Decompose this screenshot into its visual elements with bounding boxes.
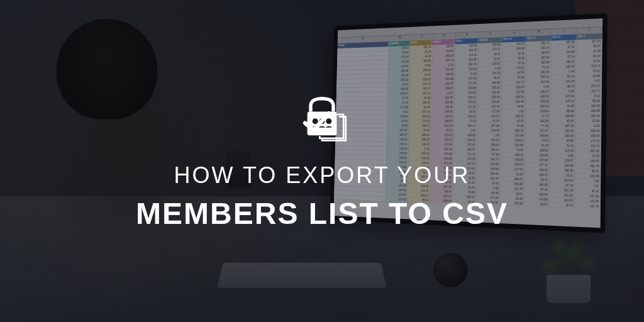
title-line-2: MEMBERS LIST TO CSV: [136, 196, 508, 231]
title-line-1: HOW TO EXPORT YOUR: [174, 162, 470, 189]
svg-point-3: [326, 118, 331, 124]
pmpro-logo-icon: [294, 92, 350, 148]
hero-content: HOW TO EXPORT YOUR MEMBERS LIST TO CSV: [0, 0, 644, 322]
svg-point-1: [313, 118, 318, 124]
